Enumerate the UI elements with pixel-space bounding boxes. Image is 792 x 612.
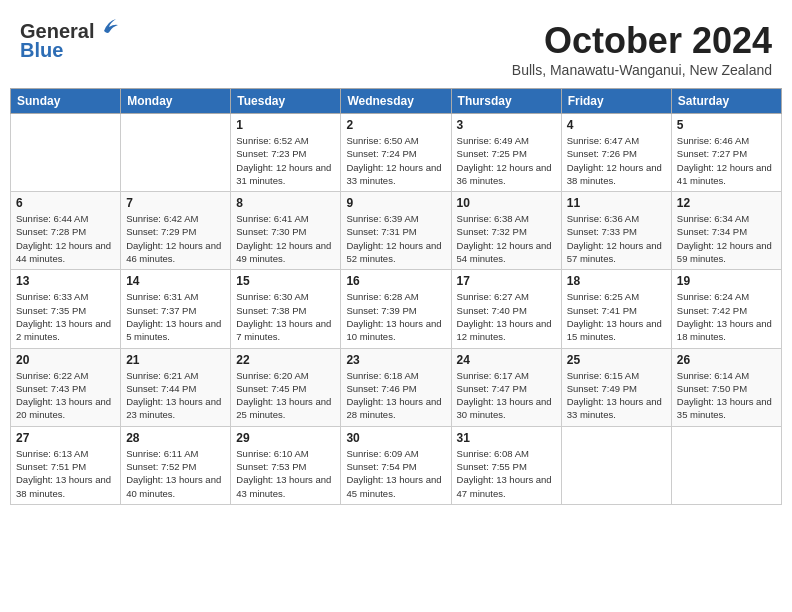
- day-info: Sunrise: 6:18 AMSunset: 7:46 PMDaylight:…: [346, 369, 445, 422]
- day-number: 11: [567, 196, 666, 210]
- day-info: Sunrise: 6:28 AMSunset: 7:39 PMDaylight:…: [346, 290, 445, 343]
- day-info: Sunrise: 6:11 AMSunset: 7:52 PMDaylight:…: [126, 447, 225, 500]
- day-cell-22: 22 Sunrise: 6:20 AMSunset: 7:45 PMDaylig…: [231, 348, 341, 426]
- day-cell-10: 10 Sunrise: 6:38 AMSunset: 7:32 PMDaylig…: [451, 192, 561, 270]
- day-cell-15: 15 Sunrise: 6:30 AMSunset: 7:38 PMDaylig…: [231, 270, 341, 348]
- day-number: 29: [236, 431, 335, 445]
- day-cell-26: 26 Sunrise: 6:14 AMSunset: 7:50 PMDaylig…: [671, 348, 781, 426]
- day-number: 21: [126, 353, 225, 367]
- day-cell-16: 16 Sunrise: 6:28 AMSunset: 7:39 PMDaylig…: [341, 270, 451, 348]
- day-number: 8: [236, 196, 335, 210]
- day-number: 5: [677, 118, 776, 132]
- day-cell-20: 20 Sunrise: 6:22 AMSunset: 7:43 PMDaylig…: [11, 348, 121, 426]
- calendar-week-2: 6 Sunrise: 6:44 AMSunset: 7:28 PMDayligh…: [11, 192, 782, 270]
- day-info: Sunrise: 6:27 AMSunset: 7:40 PMDaylight:…: [457, 290, 556, 343]
- day-number: 30: [346, 431, 445, 445]
- day-cell-25: 25 Sunrise: 6:15 AMSunset: 7:49 PMDaylig…: [561, 348, 671, 426]
- day-cell-8: 8 Sunrise: 6:41 AMSunset: 7:30 PMDayligh…: [231, 192, 341, 270]
- day-info: Sunrise: 6:47 AMSunset: 7:26 PMDaylight:…: [567, 134, 666, 187]
- weekday-header-thursday: Thursday: [451, 89, 561, 114]
- day-info: Sunrise: 6:38 AMSunset: 7:32 PMDaylight:…: [457, 212, 556, 265]
- day-info: Sunrise: 6:20 AMSunset: 7:45 PMDaylight:…: [236, 369, 335, 422]
- day-info: Sunrise: 6:25 AMSunset: 7:41 PMDaylight:…: [567, 290, 666, 343]
- calendar-week-1: 1 Sunrise: 6:52 AMSunset: 7:23 PMDayligh…: [11, 114, 782, 192]
- day-number: 4: [567, 118, 666, 132]
- day-info: Sunrise: 6:52 AMSunset: 7:23 PMDaylight:…: [236, 134, 335, 187]
- day-info: Sunrise: 6:39 AMSunset: 7:31 PMDaylight:…: [346, 212, 445, 265]
- empty-cell: [671, 426, 781, 504]
- day-number: 23: [346, 353, 445, 367]
- day-number: 28: [126, 431, 225, 445]
- month-title: October 2024: [512, 20, 772, 62]
- weekday-header-sunday: Sunday: [11, 89, 121, 114]
- day-cell-19: 19 Sunrise: 6:24 AMSunset: 7:42 PMDaylig…: [671, 270, 781, 348]
- calendar-week-4: 20 Sunrise: 6:22 AMSunset: 7:43 PMDaylig…: [11, 348, 782, 426]
- day-info: Sunrise: 6:10 AMSunset: 7:53 PMDaylight:…: [236, 447, 335, 500]
- weekday-header-friday: Friday: [561, 89, 671, 114]
- day-number: 26: [677, 353, 776, 367]
- day-cell-30: 30 Sunrise: 6:09 AMSunset: 7:54 PMDaylig…: [341, 426, 451, 504]
- day-number: 19: [677, 274, 776, 288]
- day-info: Sunrise: 6:15 AMSunset: 7:49 PMDaylight:…: [567, 369, 666, 422]
- day-number: 25: [567, 353, 666, 367]
- day-cell-12: 12 Sunrise: 6:34 AMSunset: 7:34 PMDaylig…: [671, 192, 781, 270]
- day-cell-9: 9 Sunrise: 6:39 AMSunset: 7:31 PMDayligh…: [341, 192, 451, 270]
- day-info: Sunrise: 6:33 AMSunset: 7:35 PMDaylight:…: [16, 290, 115, 343]
- logo-blue-text: Blue: [20, 39, 63, 62]
- day-info: Sunrise: 6:09 AMSunset: 7:54 PMDaylight:…: [346, 447, 445, 500]
- day-number: 31: [457, 431, 556, 445]
- empty-cell: [121, 114, 231, 192]
- calendar-week-3: 13 Sunrise: 6:33 AMSunset: 7:35 PMDaylig…: [11, 270, 782, 348]
- day-number: 13: [16, 274, 115, 288]
- day-cell-29: 29 Sunrise: 6:10 AMSunset: 7:53 PMDaylig…: [231, 426, 341, 504]
- day-info: Sunrise: 6:49 AMSunset: 7:25 PMDaylight:…: [457, 134, 556, 187]
- calendar-week-5: 27 Sunrise: 6:13 AMSunset: 7:51 PMDaylig…: [11, 426, 782, 504]
- day-info: Sunrise: 6:08 AMSunset: 7:55 PMDaylight:…: [457, 447, 556, 500]
- day-number: 2: [346, 118, 445, 132]
- day-number: 27: [16, 431, 115, 445]
- day-cell-28: 28 Sunrise: 6:11 AMSunset: 7:52 PMDaylig…: [121, 426, 231, 504]
- day-cell-21: 21 Sunrise: 6:21 AMSunset: 7:44 PMDaylig…: [121, 348, 231, 426]
- day-info: Sunrise: 6:50 AMSunset: 7:24 PMDaylight:…: [346, 134, 445, 187]
- weekday-header-tuesday: Tuesday: [231, 89, 341, 114]
- day-info: Sunrise: 6:42 AMSunset: 7:29 PMDaylight:…: [126, 212, 225, 265]
- day-info: Sunrise: 6:46 AMSunset: 7:27 PMDaylight:…: [677, 134, 776, 187]
- day-info: Sunrise: 6:31 AMSunset: 7:37 PMDaylight:…: [126, 290, 225, 343]
- day-number: 22: [236, 353, 335, 367]
- title-block: October 2024 Bulls, Manawatu-Wanganui, N…: [512, 20, 772, 78]
- day-cell-27: 27 Sunrise: 6:13 AMSunset: 7:51 PMDaylig…: [11, 426, 121, 504]
- day-number: 9: [346, 196, 445, 210]
- weekday-header-wednesday: Wednesday: [341, 89, 451, 114]
- day-number: 3: [457, 118, 556, 132]
- day-info: Sunrise: 6:41 AMSunset: 7:30 PMDaylight:…: [236, 212, 335, 265]
- day-number: 15: [236, 274, 335, 288]
- day-cell-7: 7 Sunrise: 6:42 AMSunset: 7:29 PMDayligh…: [121, 192, 231, 270]
- day-cell-4: 4 Sunrise: 6:47 AMSunset: 7:26 PMDayligh…: [561, 114, 671, 192]
- day-number: 10: [457, 196, 556, 210]
- weekday-header-saturday: Saturday: [671, 89, 781, 114]
- day-info: Sunrise: 6:14 AMSunset: 7:50 PMDaylight:…: [677, 369, 776, 422]
- day-cell-24: 24 Sunrise: 6:17 AMSunset: 7:47 PMDaylig…: [451, 348, 561, 426]
- day-number: 14: [126, 274, 225, 288]
- day-info: Sunrise: 6:17 AMSunset: 7:47 PMDaylight:…: [457, 369, 556, 422]
- day-info: Sunrise: 6:24 AMSunset: 7:42 PMDaylight:…: [677, 290, 776, 343]
- day-cell-31: 31 Sunrise: 6:08 AMSunset: 7:55 PMDaylig…: [451, 426, 561, 504]
- day-number: 20: [16, 353, 115, 367]
- day-number: 6: [16, 196, 115, 210]
- day-cell-23: 23 Sunrise: 6:18 AMSunset: 7:46 PMDaylig…: [341, 348, 451, 426]
- logo-bird-icon: [96, 17, 118, 39]
- day-number: 24: [457, 353, 556, 367]
- day-info: Sunrise: 6:36 AMSunset: 7:33 PMDaylight:…: [567, 212, 666, 265]
- day-cell-11: 11 Sunrise: 6:36 AMSunset: 7:33 PMDaylig…: [561, 192, 671, 270]
- calendar-table: SundayMondayTuesdayWednesdayThursdayFrid…: [10, 88, 782, 505]
- day-cell-18: 18 Sunrise: 6:25 AMSunset: 7:41 PMDaylig…: [561, 270, 671, 348]
- day-info: Sunrise: 6:34 AMSunset: 7:34 PMDaylight:…: [677, 212, 776, 265]
- day-info: Sunrise: 6:22 AMSunset: 7:43 PMDaylight:…: [16, 369, 115, 422]
- day-cell-5: 5 Sunrise: 6:46 AMSunset: 7:27 PMDayligh…: [671, 114, 781, 192]
- day-cell-13: 13 Sunrise: 6:33 AMSunset: 7:35 PMDaylig…: [11, 270, 121, 348]
- empty-cell: [561, 426, 671, 504]
- day-cell-6: 6 Sunrise: 6:44 AMSunset: 7:28 PMDayligh…: [11, 192, 121, 270]
- logo: General Blue: [20, 20, 118, 62]
- day-cell-3: 3 Sunrise: 6:49 AMSunset: 7:25 PMDayligh…: [451, 114, 561, 192]
- day-number: 12: [677, 196, 776, 210]
